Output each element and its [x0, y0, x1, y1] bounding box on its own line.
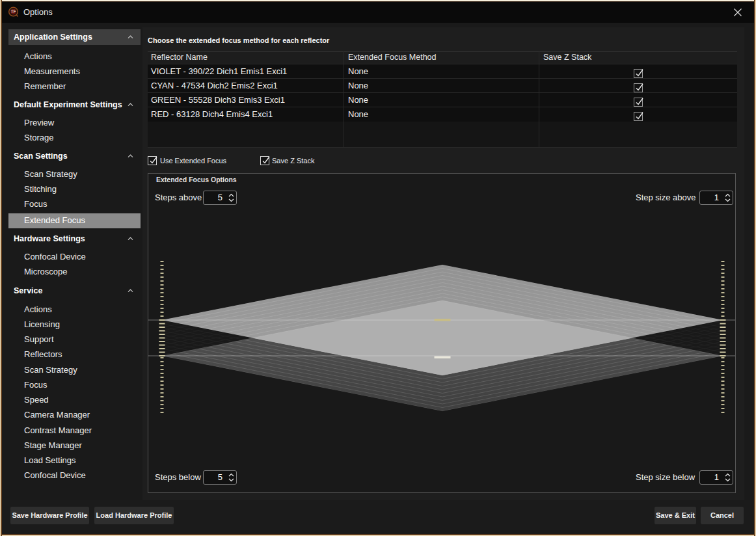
svg-text:TF: TF	[11, 9, 16, 14]
